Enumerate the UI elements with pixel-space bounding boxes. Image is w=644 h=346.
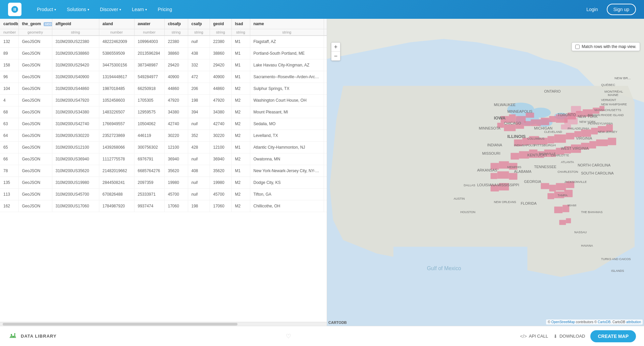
svg-rect-38 — [581, 130, 591, 137]
table-row[interactable]: 65GeoJSON310M200US1210014392680663007563… — [0, 142, 327, 153]
svg-text:ISLANDS: ISLANDS — [611, 269, 624, 273]
table-row[interactable]: 78GeoJSON310M200US3562021482019662668576… — [0, 165, 327, 177]
cell-awater: 25333971 — [134, 189, 164, 200]
match-rows-checkbox[interactable] — [575, 45, 580, 49]
create-map-button[interactable]: CREATE MAP — [590, 330, 636, 342]
cell-cbsafp: 38860 — [164, 48, 188, 59]
col-header-cartodb-id[interactable]: cartodb_id — [0, 19, 18, 29]
svg-rect-58 — [547, 193, 554, 199]
table-row[interactable]: 135GeoJSON310M200US199802844508241209735… — [0, 177, 327, 189]
zoom-out-button[interactable]: − — [331, 52, 340, 60]
zoom-in-button[interactable]: + — [331, 43, 340, 51]
table-row[interactable]: 64GeoJSON310M200US3022023527238694461193… — [0, 130, 327, 142]
cell-geoid: 34380 — [210, 106, 231, 118]
svg-text:VIRGINIA: VIRGINIA — [576, 136, 592, 140]
nav-right: Login Sign up — [582, 4, 636, 15]
svg-text:INDIANA: INDIANA — [487, 143, 502, 147]
attribution-text: © OpenStreetMap contributors © CartoDB. … — [548, 320, 641, 324]
cell-geoid: 19980 — [210, 177, 231, 189]
openstreetmap-link[interactable]: OpenStreetMap — [551, 320, 575, 324]
col-header-the-geom-webmerc[interactable]: the_geom_webmerc — [324, 19, 327, 29]
signup-button[interactable]: Sign up — [607, 4, 636, 15]
svg-rect-21 — [531, 119, 541, 126]
col-header-geoid[interactable]: geoid — [210, 19, 231, 29]
cell-csafp: null — [188, 118, 210, 130]
table-row[interactable]: 66GeoJSON310M200US3694011127755786976791… — [0, 153, 327, 165]
api-call-button[interactable]: </> API CALL — [520, 334, 548, 339]
cell-the_geom: GeoJSON — [18, 142, 52, 153]
svg-rect-70 — [509, 173, 517, 180]
table-row[interactable]: 162GeoJSON310M200US170601784987920993747… — [0, 200, 327, 212]
nav-pricing[interactable]: Pricing — [153, 4, 177, 15]
table-row[interactable]: 158GeoJSON310M200US294203447530015638734… — [0, 59, 327, 71]
table-scroll-area[interactable]: cartodb_id the_geom GEO affgeoid aland a… — [0, 19, 327, 322]
cell-cartodb_id: 96 — [0, 71, 18, 83]
table-row[interactable]: 104GeoJSON310M200US448601987018485662509… — [0, 83, 327, 95]
cartodb-link[interactable]: CartoDB — [598, 320, 610, 324]
svg-text:MAINE: MAINE — [608, 93, 619, 97]
cell-lsad: M2 — [231, 130, 250, 142]
svg-text:NEW HAMPSHIRE: NEW HAMPSHIRE — [601, 103, 627, 106]
svg-text:NASSAU: NASSAU — [574, 231, 587, 234]
type-aland: number — [99, 29, 134, 36]
col-header-affgeoid[interactable]: affgeoid — [52, 19, 99, 29]
login-button[interactable]: Login — [582, 4, 602, 15]
cell-name: Portland-South Portland, ME — [250, 48, 324, 59]
col-header-aland[interactable]: aland — [99, 19, 134, 29]
logo[interactable] — [8, 3, 21, 16]
table-row[interactable]: 63GeoJSON310M200US4274017669495571050406… — [0, 118, 327, 130]
col-header-lsad[interactable]: lsad — [231, 19, 250, 29]
cell-the_geom_webmerc: GeoJSON — [324, 118, 327, 130]
svg-text:SOUTH CAROLINA: SOUTH CAROLINA — [581, 171, 614, 175]
nav-discover[interactable]: Discover ▾ — [95, 4, 126, 15]
col-header-name[interactable]: name — [250, 19, 324, 29]
nav-solutions[interactable]: Solutions ▾ — [62, 4, 94, 15]
col-header-awater[interactable]: awater — [134, 19, 164, 29]
table-row[interactable]: 89GeoJSON310M200US3886053865595092013596… — [0, 48, 327, 59]
download-button[interactable]: ⬇ DOWNLOAD — [553, 334, 585, 339]
svg-rect-51 — [589, 141, 596, 149]
cell-awater: 549284977 — [134, 71, 164, 83]
cell-name: Chillicothe, OH — [250, 200, 324, 212]
table-row[interactable]: 113GeoJSON310M200US457006708264882533397… — [0, 189, 327, 200]
attribution-link[interactable]: attribution — [626, 320, 641, 324]
svg-rect-53 — [608, 138, 616, 145]
svg-text:RHODE ISLAND: RHODE ISLAND — [601, 113, 624, 117]
cell-name: Mount Pleasant, MI — [250, 106, 324, 118]
table-row[interactable]: 132GeoJSON310M200US223804822246200910996… — [0, 36, 327, 48]
cell-cartodb_id: 158 — [0, 59, 18, 71]
cell-the_geom_webmerc: GeoJSON — [324, 200, 327, 212]
svg-rect-64 — [566, 218, 571, 223]
cell-the_geom_webmerc: GeoJSON — [324, 106, 327, 118]
cell-geoid: 40900 — [210, 71, 231, 83]
cell-the_geom: GeoJSON — [18, 36, 52, 48]
horizontal-scrollbar[interactable] — [0, 322, 327, 326]
col-header-csafp[interactable]: csafp — [188, 19, 210, 29]
col-header-the-geom[interactable]: the_geom GEO — [18, 19, 52, 29]
table-row[interactable]: 96GeoJSON310M200US4090013194448617549284… — [0, 71, 327, 83]
svg-rect-61 — [554, 206, 562, 213]
learn-chevron-icon: ▾ — [145, 8, 147, 11]
cell-awater: 6685764276 — [134, 165, 164, 177]
svg-text:MISSISSIPPI: MISSISSIPPI — [497, 183, 519, 187]
cell-awater: 300756302 — [134, 142, 164, 153]
cell-affgeoid: 310M200US19980 — [52, 177, 99, 189]
cell-the_geom_webmerc: GeoJSON — [324, 71, 327, 83]
nav-product[interactable]: Product ▾ — [32, 4, 61, 15]
cell-name: Sacramento--Roseville--Arden-Arcade, CA — [250, 71, 324, 83]
favorite-heart-icon[interactable]: ♡ — [286, 333, 291, 340]
cell-cartodb_id: 65 — [0, 142, 18, 153]
col-header-cbsafp[interactable]: cbsafp — [164, 19, 188, 29]
table-row[interactable]: 68GeoJSON310M200US3438014832265071295957… — [0, 106, 327, 118]
nav-learn[interactable]: Learn ▾ — [127, 4, 152, 15]
scrollbar-thumb[interactable] — [3, 323, 237, 326]
table-row[interactable]: 4GeoJSON310M200US47920105245860317053054… — [0, 95, 327, 106]
svg-text:Gulf of Mexico: Gulf of Mexico — [427, 265, 461, 271]
svg-text:DALLAS: DALLAS — [464, 184, 475, 187]
cell-name: Lake Havasu City-Kingman, AZ — [250, 59, 324, 71]
svg-rect-23 — [549, 116, 556, 122]
type-lsad: string — [231, 29, 250, 36]
cell-geoid: 44860 — [210, 83, 231, 95]
product-chevron-icon: ▾ — [54, 8, 56, 11]
cell-the_geom: GeoJSON — [18, 106, 52, 118]
